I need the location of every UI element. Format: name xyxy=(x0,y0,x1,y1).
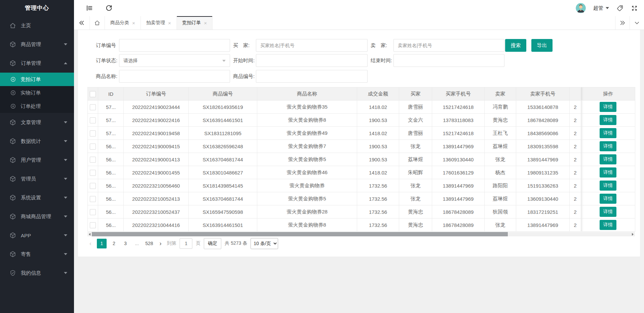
tab-auction-management[interactable]: 拍卖管理× xyxy=(141,16,177,30)
prev-page-button[interactable]: ‹ xyxy=(87,240,93,247)
sidebar-item-label: 用户管理 xyxy=(21,157,64,163)
next-page-button[interactable]: › xyxy=(157,240,163,247)
page-button-1[interactable]: 1 xyxy=(97,239,107,248)
row-checkbox[interactable] xyxy=(90,222,96,228)
sidebar-item-physical-orders[interactable]: 实物订单 xyxy=(0,86,74,100)
product-no-input[interactable] xyxy=(256,70,368,83)
buyer-link[interactable]: 黄海忠 xyxy=(399,219,432,232)
buyer-link[interactable]: 朱昭辉 xyxy=(399,166,432,179)
detail-button[interactable]: 详情 xyxy=(600,181,616,191)
buyer-input[interactable] xyxy=(256,39,368,52)
sidebar-item-statistics[interactable]: 数据统计 xyxy=(0,132,74,151)
scroll-right-arrow[interactable] xyxy=(631,232,635,236)
refresh-icon[interactable] xyxy=(105,4,113,12)
detail-button[interactable]: 详情 xyxy=(600,220,616,230)
row-checkbox[interactable] xyxy=(90,130,96,136)
sidebar-item-articles[interactable]: 文章管理 xyxy=(0,113,74,132)
page-size-select[interactable]: 10 条/页 xyxy=(251,238,278,249)
row-checkbox[interactable] xyxy=(90,117,96,123)
tabs-scroll-right-icon[interactable] xyxy=(615,16,630,30)
table-row: 56... 20220223210056460 SX181439854145 萤… xyxy=(88,179,635,192)
search-button[interactable]: 搜索 xyxy=(505,39,526,52)
row-checkbox[interactable] xyxy=(90,144,96,150)
row-checkbox[interactable] xyxy=(90,157,96,163)
detail-button[interactable]: 详情 xyxy=(600,207,616,217)
close-icon[interactable]: × xyxy=(168,21,171,26)
select-all-checkbox[interactable] xyxy=(90,91,96,97)
detail-button[interactable]: 详情 xyxy=(600,167,616,178)
end-time-input[interactable] xyxy=(393,54,504,67)
detail-button[interactable]: 详情 xyxy=(600,115,616,125)
order-no-input[interactable] xyxy=(119,39,230,52)
seller-link[interactable]: 狄国领 xyxy=(485,205,516,219)
sidebar-item-consignment[interactable]: 寄售 xyxy=(0,245,74,264)
tabs-menu-icon[interactable] xyxy=(630,16,644,30)
scrollbar-thumb[interactable] xyxy=(92,232,508,236)
row-checkbox[interactable] xyxy=(90,209,96,215)
goto-page-input[interactable] xyxy=(180,238,192,249)
cell-action: 详情 xyxy=(581,140,635,153)
sidebar-item-auction-orders[interactable]: 竞拍订单 xyxy=(0,73,74,86)
avatar[interactable] xyxy=(576,3,586,13)
buyer-link[interactable]: 张龙 xyxy=(399,179,432,192)
seller-link[interactable]: 张龙 xyxy=(485,153,516,166)
buyer-link[interactable]: 张龙 xyxy=(399,140,432,153)
seller-link[interactable]: 荔琳煜 xyxy=(485,192,516,205)
buyer-link[interactable]: 黄海忠 xyxy=(399,205,432,219)
seller-link[interactable]: 杨杰 xyxy=(485,166,516,179)
detail-button[interactable]: 详情 xyxy=(600,102,616,112)
row-checkbox[interactable] xyxy=(90,196,96,202)
confirm-button[interactable]: 确定 xyxy=(204,238,221,249)
page-button-528[interactable]: 528 xyxy=(144,241,154,246)
fullscreen-icon[interactable] xyxy=(631,5,638,12)
buyer-link[interactable]: 荔琳煜 xyxy=(399,153,432,166)
detail-button[interactable]: 详情 xyxy=(600,141,616,151)
start-time-input[interactable] xyxy=(256,54,368,67)
seller-link[interactable]: 黄海忠 xyxy=(485,114,516,127)
sidebar-item-mall-goods[interactable]: 商城商品管理 xyxy=(0,207,74,226)
buyer-link[interactable]: 唐雪丽 xyxy=(399,127,432,140)
sidebar-item-goods[interactable]: 商品管理 xyxy=(0,35,74,54)
buyer-link[interactable]: 文金六 xyxy=(399,114,432,127)
seller-input[interactable] xyxy=(393,39,504,52)
scroll-left-arrow[interactable] xyxy=(87,232,92,236)
sidebar-item-label: 竞拍订单 xyxy=(21,76,67,83)
tag-icon[interactable] xyxy=(616,5,623,12)
seller-link[interactable]: 张龙 xyxy=(485,219,516,232)
vertical-scrollbar[interactable] xyxy=(640,30,644,313)
row-checkbox[interactable] xyxy=(90,104,96,110)
seller-link[interactable]: 王杜飞 xyxy=(485,127,516,140)
row-checkbox[interactable] xyxy=(90,183,96,189)
tab-home[interactable] xyxy=(89,16,105,30)
close-icon[interactable]: × xyxy=(132,21,135,26)
sidebar-item-my-info[interactable]: 我的信息 xyxy=(0,264,74,282)
chevron-down-icon xyxy=(64,234,67,236)
row-checkbox[interactable] xyxy=(90,170,96,176)
tab-auction-orders[interactable]: 竞拍订单× xyxy=(177,16,213,30)
detail-button[interactable]: 详情 xyxy=(600,194,616,204)
sidebar-item-order-processing[interactable]: 订单处理 xyxy=(0,100,74,113)
sidebar-toggle-icon[interactable] xyxy=(86,4,93,12)
seller-link[interactable]: 冯育鹏 xyxy=(485,101,516,114)
tabs-scroll-left-icon[interactable] xyxy=(74,16,89,30)
buyer-link[interactable]: 张龙 xyxy=(399,192,432,205)
sidebar-item-users[interactable]: 用户管理 xyxy=(0,151,74,169)
seller-link[interactable]: 荔琳煜 xyxy=(485,140,516,153)
detail-button[interactable]: 详情 xyxy=(600,128,616,138)
buyer-link[interactable]: 唐雪丽 xyxy=(399,101,432,114)
sidebar-item-orders[interactable]: 订单管理 xyxy=(0,54,74,73)
sidebar-item-home[interactable]: 主页 xyxy=(0,16,74,35)
page-button-2[interactable]: 2 xyxy=(110,241,118,246)
sidebar-item-settings[interactable]: 系统设置 xyxy=(0,188,74,207)
tab-goods-category[interactable]: 商品分类× xyxy=(105,16,141,30)
order-status-select[interactable]: 请选择 xyxy=(119,54,230,67)
detail-button[interactable]: 详情 xyxy=(600,154,616,164)
product-name-input[interactable] xyxy=(119,70,230,83)
close-icon[interactable]: × xyxy=(204,21,207,26)
user-menu[interactable]: 超管 xyxy=(593,5,609,11)
page-button-3[interactable]: 3 xyxy=(121,241,129,246)
sidebar-item-app[interactable]: APP xyxy=(0,226,74,245)
seller-link[interactable]: 路阳阳 xyxy=(485,179,516,192)
export-button[interactable]: 导出 xyxy=(531,39,553,52)
sidebar-item-admins[interactable]: 管理员 xyxy=(0,169,74,188)
